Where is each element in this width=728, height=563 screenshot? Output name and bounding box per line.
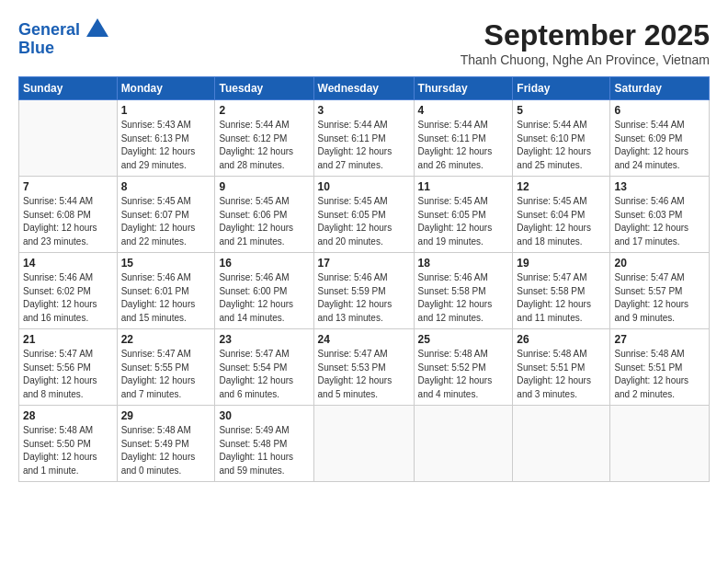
day-number: 11 xyxy=(418,180,509,193)
month-title: September 2025 xyxy=(461,18,710,52)
calendar-cell: 18Sunrise: 5:46 AM Sunset: 5:58 PM Dayli… xyxy=(414,253,513,329)
calendar-cell: 13Sunrise: 5:46 AM Sunset: 6:03 PM Dayli… xyxy=(610,177,710,253)
day-number: 27 xyxy=(614,333,705,346)
calendar-cell: 16Sunrise: 5:46 AM Sunset: 6:00 PM Dayli… xyxy=(215,253,313,329)
calendar-cell: 3Sunrise: 5:44 AM Sunset: 6:11 PM Daylig… xyxy=(313,100,414,177)
day-number: 22 xyxy=(121,333,211,346)
calendar-cell xyxy=(513,406,610,482)
logo: General Blue xyxy=(18,18,108,58)
calendar-cell: 26Sunrise: 5:48 AM Sunset: 5:51 PM Dayli… xyxy=(513,329,610,406)
calendar-cell: 12Sunrise: 5:45 AM Sunset: 6:04 PM Dayli… xyxy=(513,177,610,253)
calendar-cell: 22Sunrise: 5:47 AM Sunset: 5:55 PM Dayli… xyxy=(117,329,215,406)
calendar-cell: 7Sunrise: 5:44 AM Sunset: 6:08 PM Daylig… xyxy=(19,177,118,253)
day-number: 20 xyxy=(614,257,705,270)
day-info: Sunrise: 5:46 AM Sunset: 6:00 PM Dayligh… xyxy=(219,271,309,325)
calendar-cell: 6Sunrise: 5:44 AM Sunset: 6:09 PM Daylig… xyxy=(610,100,710,177)
day-info: Sunrise: 5:47 AM Sunset: 5:57 PM Dayligh… xyxy=(614,271,705,325)
day-info: Sunrise: 5:48 AM Sunset: 5:51 PM Dayligh… xyxy=(517,348,606,401)
calendar-cell xyxy=(19,100,118,177)
day-info: Sunrise: 5:45 AM Sunset: 6:05 PM Dayligh… xyxy=(418,195,509,248)
day-info: Sunrise: 5:47 AM Sunset: 5:55 PM Dayligh… xyxy=(121,348,211,401)
day-of-week-header: Wednesday xyxy=(313,77,414,100)
day-info: Sunrise: 5:46 AM Sunset: 5:59 PM Dayligh… xyxy=(318,271,410,325)
calendar-cell: 21Sunrise: 5:47 AM Sunset: 5:56 PM Dayli… xyxy=(19,329,118,406)
day-number: 29 xyxy=(121,409,211,422)
day-of-week-header: Monday xyxy=(117,77,215,100)
calendar-cell: 10Sunrise: 5:45 AM Sunset: 6:05 PM Dayli… xyxy=(313,177,414,253)
calendar-cell: 8Sunrise: 5:45 AM Sunset: 6:07 PM Daylig… xyxy=(117,177,215,253)
day-number: 23 xyxy=(219,333,309,346)
day-number: 4 xyxy=(418,104,509,117)
day-number: 19 xyxy=(517,257,606,270)
calendar-cell: 30Sunrise: 5:49 AM Sunset: 5:48 PM Dayli… xyxy=(215,406,313,482)
day-number: 26 xyxy=(517,333,606,346)
day-info: Sunrise: 5:43 AM Sunset: 6:13 PM Dayligh… xyxy=(121,119,211,172)
day-number: 24 xyxy=(318,333,410,346)
calendar-cell: 2Sunrise: 5:44 AM Sunset: 6:12 PM Daylig… xyxy=(215,100,313,177)
calendar-cell xyxy=(610,406,710,482)
day-info: Sunrise: 5:45 AM Sunset: 6:07 PM Dayligh… xyxy=(121,195,211,248)
calendar-cell: 4Sunrise: 5:44 AM Sunset: 6:11 PM Daylig… xyxy=(414,100,513,177)
day-number: 2 xyxy=(219,104,309,117)
title-section: September 2025 Thanh Chuong, Nghe An Pro… xyxy=(461,18,710,75)
day-number: 8 xyxy=(121,180,211,193)
day-number: 18 xyxy=(418,257,509,270)
day-info: Sunrise: 5:44 AM Sunset: 6:10 PM Dayligh… xyxy=(517,119,606,172)
calendar-cell: 28Sunrise: 5:48 AM Sunset: 5:50 PM Dayli… xyxy=(19,406,118,482)
calendar-cell: 5Sunrise: 5:44 AM Sunset: 6:10 PM Daylig… xyxy=(513,100,610,177)
day-info: Sunrise: 5:46 AM Sunset: 6:02 PM Dayligh… xyxy=(23,271,113,325)
day-of-week-header: Friday xyxy=(513,77,610,100)
day-number: 1 xyxy=(121,104,211,117)
logo-text: General Blue xyxy=(18,18,108,58)
day-number: 30 xyxy=(219,409,309,422)
day-number: 9 xyxy=(219,180,309,193)
calendar-cell: 1Sunrise: 5:43 AM Sunset: 6:13 PM Daylig… xyxy=(117,100,215,177)
day-info: Sunrise: 5:49 AM Sunset: 5:48 PM Dayligh… xyxy=(219,424,309,477)
day-info: Sunrise: 5:46 AM Sunset: 5:58 PM Dayligh… xyxy=(418,271,509,325)
day-of-week-header: Thursday xyxy=(414,77,513,100)
day-number: 13 xyxy=(614,180,705,193)
day-info: Sunrise: 5:44 AM Sunset: 6:09 PM Dayligh… xyxy=(614,119,705,172)
day-number: 12 xyxy=(517,180,606,193)
day-number: 10 xyxy=(318,180,410,193)
day-info: Sunrise: 5:45 AM Sunset: 6:05 PM Dayligh… xyxy=(318,195,410,248)
day-info: Sunrise: 5:46 AM Sunset: 6:03 PM Dayligh… xyxy=(614,195,705,248)
calendar-cell: 29Sunrise: 5:48 AM Sunset: 5:49 PM Dayli… xyxy=(117,406,215,482)
calendar-cell: 14Sunrise: 5:46 AM Sunset: 6:02 PM Dayli… xyxy=(19,253,118,329)
day-info: Sunrise: 5:47 AM Sunset: 5:54 PM Dayligh… xyxy=(219,348,309,401)
calendar-cell xyxy=(313,406,414,482)
day-info: Sunrise: 5:48 AM Sunset: 5:49 PM Dayligh… xyxy=(121,424,211,477)
calendar-cell xyxy=(414,406,513,482)
day-info: Sunrise: 5:47 AM Sunset: 5:53 PM Dayligh… xyxy=(318,348,410,401)
calendar-cell: 15Sunrise: 5:46 AM Sunset: 6:01 PM Dayli… xyxy=(117,253,215,329)
day-info: Sunrise: 5:48 AM Sunset: 5:50 PM Dayligh… xyxy=(23,424,113,477)
calendar-cell: 25Sunrise: 5:48 AM Sunset: 5:52 PM Dayli… xyxy=(414,329,513,406)
day-info: Sunrise: 5:45 AM Sunset: 6:06 PM Dayligh… xyxy=(219,195,309,248)
location-title: Thanh Chuong, Nghe An Province, Vietnam xyxy=(461,52,710,67)
day-of-week-header: Sunday xyxy=(19,77,118,100)
day-number: 6 xyxy=(614,104,705,117)
day-info: Sunrise: 5:44 AM Sunset: 6:08 PM Dayligh… xyxy=(23,195,113,248)
day-number: 5 xyxy=(517,104,606,117)
day-info: Sunrise: 5:47 AM Sunset: 5:56 PM Dayligh… xyxy=(23,348,113,401)
calendar-cell: 20Sunrise: 5:47 AM Sunset: 5:57 PM Dayli… xyxy=(610,253,710,329)
day-info: Sunrise: 5:48 AM Sunset: 5:52 PM Dayligh… xyxy=(418,348,509,401)
calendar-cell: 9Sunrise: 5:45 AM Sunset: 6:06 PM Daylig… xyxy=(215,177,313,253)
calendar-cell: 17Sunrise: 5:46 AM Sunset: 5:59 PM Dayli… xyxy=(313,253,414,329)
day-info: Sunrise: 5:45 AM Sunset: 6:04 PM Dayligh… xyxy=(517,195,606,248)
day-number: 25 xyxy=(418,333,509,346)
day-number: 3 xyxy=(318,104,410,117)
day-number: 7 xyxy=(23,180,113,193)
calendar-cell: 24Sunrise: 5:47 AM Sunset: 5:53 PM Dayli… xyxy=(313,329,414,406)
calendar-cell: 27Sunrise: 5:48 AM Sunset: 5:51 PM Dayli… xyxy=(610,329,710,406)
day-number: 15 xyxy=(121,257,211,270)
day-info: Sunrise: 5:48 AM Sunset: 5:51 PM Dayligh… xyxy=(614,348,705,401)
day-info: Sunrise: 5:44 AM Sunset: 6:12 PM Dayligh… xyxy=(219,119,309,172)
day-info: Sunrise: 5:47 AM Sunset: 5:58 PM Dayligh… xyxy=(517,271,606,325)
svg-marker-0 xyxy=(86,18,108,37)
calendar-cell: 11Sunrise: 5:45 AM Sunset: 6:05 PM Dayli… xyxy=(414,177,513,253)
calendar: SundayMondayTuesdayWednesdayThursdayFrid… xyxy=(18,76,710,482)
day-of-week-header: Tuesday xyxy=(215,77,313,100)
calendar-cell: 23Sunrise: 5:47 AM Sunset: 5:54 PM Dayli… xyxy=(215,329,313,406)
day-info: Sunrise: 5:44 AM Sunset: 6:11 PM Dayligh… xyxy=(318,119,410,172)
